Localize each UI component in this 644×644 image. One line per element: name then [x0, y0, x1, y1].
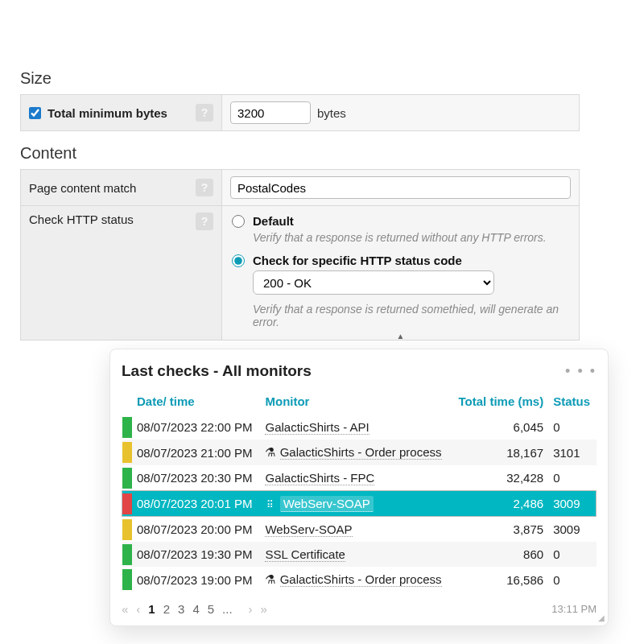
cell-total: 16,586 — [452, 567, 549, 592]
section-size-title: Size — [20, 69, 580, 88]
min-bytes-input[interactable] — [230, 101, 311, 124]
col-status[interactable]: Status — [548, 390, 596, 415]
cell-status: 0 — [548, 465, 596, 491]
cell-status: 3009 — [548, 491, 596, 517]
grip-icon: ⠿ — [265, 499, 275, 510]
flask-icon: ⚗ — [265, 445, 275, 460]
cell-monitor[interactable]: GalacticShirts - API — [260, 415, 451, 440]
col-status-color — [122, 390, 133, 415]
status-chip — [122, 519, 132, 540]
help-icon[interactable]: ? — [196, 179, 213, 196]
radio-default-label: Default — [253, 214, 294, 228]
page-number[interactable]: 3 — [178, 602, 184, 616]
cell-datetime: 08/07/2023 22:00 PM — [132, 415, 260, 440]
cell-status: 3009 — [548, 517, 596, 543]
cell-status: 0 — [548, 415, 596, 440]
cell-status: 0 — [548, 567, 596, 592]
http-code-select[interactable]: 200 - OK — [253, 270, 494, 295]
radio-default-desc: Verify that a response is returned witho… — [253, 231, 569, 244]
cell-monitor[interactable]: ⚗ GalacticShirts - Order process — [260, 440, 451, 465]
pagination: « ‹ 12345... › » 13:11 PM — [122, 602, 597, 616]
collapse-caret-icon[interactable]: ▲ — [397, 332, 405, 341]
table-row[interactable]: 08/07/2023 20:30 PMGalacticShirts - FPC3… — [122, 465, 597, 491]
cell-total: 860 — [452, 542, 549, 567]
cell-total: 2,486 — [452, 491, 549, 517]
flask-icon: ⚗ — [265, 572, 275, 587]
radio-specific[interactable] — [232, 254, 245, 267]
min-bytes-label: Total minimum bytes — [47, 106, 196, 120]
page-next[interactable]: › — [249, 602, 253, 616]
radio-specific-desc: Verify that a response is returned somet… — [253, 303, 569, 328]
cell-monitor[interactable]: GalacticShirts - FPC — [260, 465, 451, 491]
page-first[interactable]: « — [122, 602, 128, 616]
cell-status: 3101 — [548, 440, 596, 465]
card-title: Last checks - All monitors — [122, 362, 312, 380]
page-number[interactable]: 4 — [192, 602, 199, 616]
cell-datetime: 08/07/2023 20:30 PM — [132, 465, 260, 491]
radio-specific-label: Check for specific HTTP status code — [253, 254, 462, 267]
table-row[interactable]: 08/07/2023 20:01 PM⠿ WebServ-SOAP2,48630… — [122, 491, 597, 517]
page-number[interactable]: 1 — [148, 602, 155, 616]
content-match-label: Page content match — [29, 181, 196, 195]
table-row[interactable]: 08/07/2023 19:00 PM⚗ GalacticShirts - Or… — [122, 567, 597, 592]
content-match-input[interactable] — [230, 176, 571, 199]
section-content-title: Content — [20, 144, 580, 163]
resize-handle-icon[interactable]: ◢ — [598, 613, 605, 622]
cell-status: 0 — [548, 542, 596, 567]
col-monitor[interactable]: Monitor — [260, 390, 451, 415]
status-chip — [122, 417, 132, 438]
row-min-bytes: Total minimum bytes ? bytes — [20, 94, 580, 131]
page-prev[interactable]: ‹ — [136, 602, 140, 616]
help-icon[interactable]: ? — [196, 213, 213, 230]
min-bytes-unit: bytes — [317, 106, 346, 120]
status-chip — [122, 544, 132, 565]
status-chip — [122, 493, 132, 514]
cell-total: 32,428 — [452, 465, 549, 491]
cell-monitor[interactable]: WebServ-SOAP — [260, 517, 451, 543]
page-number[interactable]: 2 — [163, 602, 170, 616]
cell-datetime: 08/07/2023 19:30 PM — [132, 542, 260, 567]
col-total-time[interactable]: Total time (ms) — [452, 390, 549, 415]
cell-monitor[interactable]: ⠿ WebServ-SOAP — [260, 491, 451, 517]
table-row[interactable]: 08/07/2023 19:30 PMSSL Certificate8600 — [122, 542, 597, 567]
row-content-match: Page content match ? — [20, 169, 580, 206]
status-chip — [122, 468, 132, 489]
table-row[interactable]: 08/07/2023 21:00 PM⚗ GalacticShirts - Or… — [122, 440, 597, 465]
cell-datetime: 08/07/2023 20:01 PM — [132, 491, 260, 517]
cell-monitor[interactable]: SSL Certificate — [260, 542, 451, 567]
status-chip — [122, 442, 132, 463]
help-icon[interactable]: ? — [196, 104, 213, 122]
page-number[interactable]: ... — [222, 602, 233, 616]
page-last[interactable]: » — [261, 602, 267, 616]
cell-total: 18,167 — [452, 440, 549, 465]
page-number[interactable]: 5 — [208, 602, 214, 616]
radio-default[interactable] — [232, 215, 245, 228]
cell-datetime: 08/07/2023 21:00 PM — [132, 440, 260, 465]
http-status-label: Check HTTP status — [29, 213, 196, 226]
cell-datetime: 08/07/2023 19:00 PM — [132, 567, 260, 592]
last-checks-card: Last checks - All monitors • • • Date/ t… — [109, 349, 609, 626]
table-row[interactable]: 08/07/2023 22:00 PMGalacticShirts - API6… — [122, 415, 597, 440]
checks-table: Date/ time Monitor Total time (ms) Statu… — [122, 390, 597, 592]
refresh-time: 13:11 PM — [551, 603, 597, 615]
cell-total: 6,045 — [452, 415, 549, 440]
cell-monitor[interactable]: ⚗ GalacticShirts - Order process — [260, 567, 451, 592]
status-chip — [122, 569, 132, 590]
card-menu-icon[interactable]: • • • — [565, 363, 597, 380]
cell-datetime: 08/07/2023 20:00 PM — [132, 517, 260, 543]
cell-total: 3,875 — [452, 517, 549, 543]
table-row[interactable]: 08/07/2023 20:00 PMWebServ-SOAP3,8753009 — [122, 517, 597, 543]
row-http-status: Check HTTP status ? Default Verify that … — [20, 206, 580, 341]
min-bytes-checkbox[interactable] — [29, 107, 41, 119]
col-datetime[interactable]: Date/ time — [132, 390, 260, 415]
